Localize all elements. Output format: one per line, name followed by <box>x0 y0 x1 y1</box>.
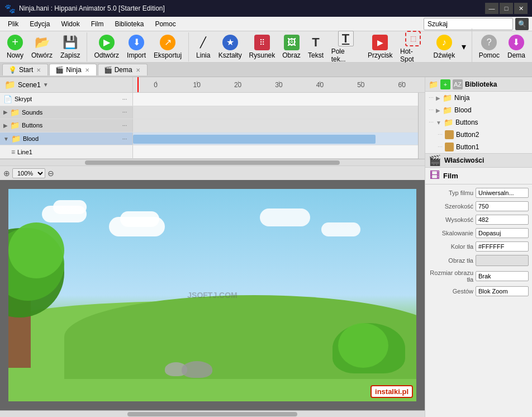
prop-kolor-value[interactable]: #FFFFFF <box>476 241 529 252</box>
menu-pomoc[interactable]: Pomoc <box>150 19 180 29</box>
button-button[interactable]: ▶ Przycisk <box>365 32 396 61</box>
tab-start-icon: 💡 <box>8 66 17 74</box>
draw-tools: ╱ Linia ★ Kształty ⠿ Rysunek 🖼 Obraz T T… <box>192 29 472 65</box>
app-title: Ninja.hani : Hippani Animator 5.0 [Start… <box>19 4 165 12</box>
library-add-button[interactable]: + <box>440 79 450 89</box>
prop-obraz-value[interactable] <box>476 255 529 266</box>
film-icon: 🎞 <box>430 170 440 182</box>
button-icon: ▶ <box>372 35 388 50</box>
properties-title: Właściwości <box>444 157 484 164</box>
canvas-hscroll[interactable] <box>0 410 425 417</box>
tab-start-close[interactable]: ✕ <box>35 67 42 73</box>
prop-obraz-label: Obraz tła <box>429 257 473 264</box>
library-item-button1[interactable]: ⋯ Button1 <box>434 141 532 153</box>
open-button[interactable]: 📂 Otwórz <box>28 32 56 61</box>
ninja-dots-icon: ⋯ <box>429 95 434 101</box>
save-button[interactable]: 💾 Zapisz <box>57 32 83 61</box>
maximize-button[interactable]: □ <box>500 3 513 14</box>
menu-edycja[interactable]: Edycja <box>25 19 54 29</box>
menu-film[interactable]: Film <box>87 19 108 29</box>
prop-skalowanie-value[interactable]: Dopasuj <box>476 228 529 238</box>
blood-folder-icon: 📁 <box>443 106 452 115</box>
import-icon: ⬇ <box>129 35 144 50</box>
canvas-toolbar: ⊕ 100% 50% 75% 150% 200% ⊖ <box>0 165 425 180</box>
prop-szerokosc-label: Szerokość <box>429 203 473 210</box>
new-button[interactable]: + Nowy <box>3 32 27 61</box>
shapes-button[interactable]: ★ Kształty <box>215 32 245 61</box>
ninja-label: Ninja <box>454 94 469 102</box>
film-button[interactable]: ⬇ Dema <box>504 32 529 61</box>
timeline-vscroll[interactable] <box>418 93 425 159</box>
prop-szerokosc-value[interactable]: 750 <box>476 201 529 211</box>
hotspot-button[interactable]: ⬚ Hot-Spot <box>397 29 429 65</box>
track-line1[interactable]: ≡ Line1 <box>0 145 418 159</box>
menu-biblioteka[interactable]: Biblioteka <box>110 19 148 29</box>
track-sounds-menu[interactable]: ··· <box>120 108 129 117</box>
import-button[interactable]: ⬇ Import <box>124 32 149 61</box>
left-panel: 📁 Scene1 ▼ 0 10 20 30 40 50 60 <box>0 77 425 417</box>
zoom-select[interactable]: 100% 50% 75% 150% 200% <box>12 168 45 178</box>
text-button[interactable]: T Tekst <box>305 32 326 61</box>
prop-wysokosc-value[interactable]: 482 <box>476 215 529 225</box>
playhead[interactable] <box>137 77 139 92</box>
image-button[interactable]: 🖼 Obraz <box>279 32 304 61</box>
field-icon: T <box>338 31 354 46</box>
help-button[interactable]: ? Pomoc <box>476 32 503 61</box>
field-button[interactable]: T Pole tek... <box>328 29 364 65</box>
buttons-lib-expand-icon: ▼ <box>436 120 441 126</box>
tree-foliage-3 <box>8 222 64 278</box>
ruler-0: 0 <box>135 81 176 89</box>
play-button[interactable]: ▶ Odtwórz <box>91 32 122 61</box>
sound-button[interactable]: ♪ Dźwięk <box>430 32 458 61</box>
track-blood[interactable]: ▼ 📁 Blood ··· <box>0 132 418 146</box>
track-blood-menu[interactable]: ··· <box>120 134 129 143</box>
track-buttons-menu[interactable]: ··· <box>120 121 129 130</box>
track-skrypt-menu[interactable]: ··· <box>120 94 129 103</box>
ruler-20: 20 <box>217 81 258 89</box>
tab-ninja-close[interactable]: ✕ <box>84 67 91 73</box>
close-button[interactable]: ✕ <box>514 3 528 14</box>
scene-folder-icon: 📁 <box>4 79 16 90</box>
save-icon: 💾 <box>63 35 78 50</box>
library-sort-button[interactable]: AZ <box>453 79 463 89</box>
help-icon: ? <box>481 35 497 50</box>
track-buttons[interactable]: ▶ 📁 Buttons ··· <box>0 119 418 132</box>
image-icon: 🖼 <box>284 35 300 50</box>
menu-widok[interactable]: Widok <box>56 19 84 29</box>
library-item-blood[interactable]: ⋯ ▶ 📁 Blood <box>425 104 532 116</box>
tab-ninja[interactable]: 🎬 Ninja ✕ <box>49 64 96 75</box>
track-sounds[interactable]: ▶ 📁 Sounds ··· <box>0 106 418 120</box>
menu-plik[interactable]: Plik <box>3 19 23 29</box>
prop-rozmiar-value[interactable]: Brak <box>476 271 529 281</box>
track-skrypt[interactable]: 📄 Skrypt ··· <box>0 93 418 106</box>
button1-thumb <box>445 143 454 151</box>
draw-button[interactable]: ⠿ Rysunek <box>246 32 278 61</box>
zoom-in-icon[interactable]: ⊕ <box>3 169 10 178</box>
properties-table: Typ filmu Uniwersaln... Szerokość 750 Wy… <box>425 184 532 303</box>
cloud-4 <box>120 211 159 227</box>
toolbar-more-button[interactable]: ▾ <box>459 41 468 52</box>
instalki-badge: instalki.pl <box>370 385 413 398</box>
prop-typ-value[interactable]: Uniwersaln... <box>476 188 529 198</box>
zoom-out-icon[interactable]: ⊖ <box>48 169 54 178</box>
blood-folder-icon: 📁 <box>11 134 21 143</box>
library-item-buttons[interactable]: ⋯ ▼ 📁 Buttons <box>425 116 532 129</box>
line-button[interactable]: ╱ Linia <box>192 32 214 61</box>
timeline-scroll-thumb[interactable] <box>85 160 340 165</box>
tab-dema-label: Dema <box>115 66 132 74</box>
library-item-button2[interactable]: ⋯ Button2 <box>434 129 532 141</box>
properties-film-icon: 🎬 <box>429 154 441 167</box>
timeline-hscroll[interactable] <box>0 159 425 165</box>
buttons-folder-icon: 📁 <box>10 121 20 130</box>
minimize-button[interactable]: — <box>485 3 498 14</box>
prop-gestow-value[interactable]: Blok Zoom <box>476 286 529 296</box>
right-tools: ? Pomoc ⬇ Dema <box>476 32 529 61</box>
export-button[interactable]: ↗ Eksportuj <box>150 32 185 61</box>
tab-dema[interactable]: 🎬 Dema ✕ <box>98 64 148 75</box>
tab-start[interactable]: 💡 Start ✕ <box>2 64 48 75</box>
canvas-hscroll-thumb[interactable] <box>127 412 297 416</box>
search-button[interactable]: 🔍 <box>515 18 529 30</box>
library-item-ninja[interactable]: ⋯ ▶ 📁 Ninja <box>425 92 532 104</box>
tab-dema-close[interactable]: ✕ <box>135 67 141 73</box>
main-area: 📁 Scene1 ▼ 0 10 20 30 40 50 60 <box>0 77 532 417</box>
